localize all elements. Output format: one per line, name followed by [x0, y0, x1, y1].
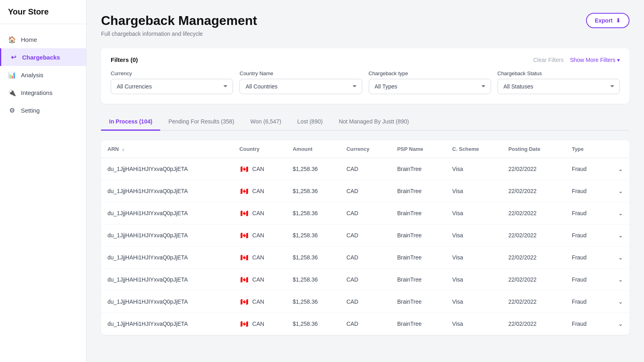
- cell-currency: CAD: [340, 291, 391, 313]
- sidebar-item-label: Analysis: [21, 72, 43, 78]
- tab-not_managed[interactable]: Not Managed By Justt (890): [331, 113, 417, 131]
- cell-scheme: Visa: [446, 313, 502, 335]
- cell-country: 🇨🇦 CAN: [233, 291, 286, 313]
- cell-scheme: Visa: [446, 158, 502, 180]
- row-expand-button[interactable]: ⌄: [605, 202, 630, 224]
- cell-type: Fraud: [566, 158, 605, 180]
- sidebar-nav: 🏠 Home ↩ Chargebacks 📊 Analysis 🔌 Integr…: [0, 24, 86, 125]
- country-code: CAN: [252, 254, 264, 261]
- currency-label: Currency: [111, 70, 233, 76]
- tab-won[interactable]: Won (6,547): [242, 113, 289, 131]
- row-expand-button[interactable]: ⌄: [605, 224, 630, 247]
- table-row[interactable]: du_1JjjHAHi1HJIYxvaQ0pJjETA 🇨🇦 CAN $1,25…: [101, 269, 630, 291]
- row-expand-button[interactable]: ⌄: [605, 269, 630, 291]
- cell-psp: BrainTree: [391, 291, 446, 313]
- row-expand-button[interactable]: ⌄: [605, 313, 630, 335]
- cell-type: Fraud: [566, 224, 605, 247]
- country-select[interactable]: All CountriesCanadaUnited StatesUnited K…: [239, 79, 362, 94]
- download-icon: ⬇: [616, 17, 621, 24]
- col-expand: [605, 140, 630, 158]
- sort-icon: ↓: [122, 146, 124, 152]
- cell-type: Fraud: [566, 313, 605, 335]
- cell-arn: du_1JjjHAHi1HJIYxvaQ0pJjETA: [101, 313, 233, 335]
- sidebar-item-setting[interactable]: ⚙ Setting: [0, 101, 86, 119]
- integrations-icon: 🔌: [8, 88, 16, 97]
- status-label: Chargeback Status: [497, 70, 620, 76]
- table-row[interactable]: du_1JjjHAHi1HJIYxvaQ0pJjETA 🇨🇦 CAN $1,25…: [101, 202, 630, 224]
- filters-title: Filters (0): [111, 56, 138, 63]
- sidebar-item-integrations[interactable]: 🔌 Integrations: [0, 84, 86, 101]
- cell-currency: CAD: [340, 269, 391, 291]
- filters-header: Filters (0) Clear Filters Show More Filt…: [111, 56, 620, 63]
- brand-title: Your Store: [0, 0, 86, 24]
- chargebacks-table: ARN ↓CountryAmountCurrencyPSP NameC. Sch…: [101, 140, 630, 335]
- cell-arn: du_1JjjHAHi1HJIYxvaQ0pJjETA: [101, 180, 233, 202]
- page-subtitle: Full chargeback information and lifecycl…: [101, 31, 257, 37]
- cell-country: 🇨🇦 CAN: [233, 269, 286, 291]
- cell-psp: BrainTree: [391, 313, 446, 335]
- cell-arn: du_1JjjHAHi1HJIYxvaQ0pJjETA: [101, 158, 233, 180]
- chevron-down-icon: ▾: [617, 57, 620, 63]
- cell-date: 22/02/2022: [502, 202, 566, 224]
- title-group: Chargeback Management Full chargeback in…: [101, 13, 257, 37]
- sidebar-item-chargebacks[interactable]: ↩ Chargebacks: [0, 48, 86, 66]
- col-type: Type: [566, 140, 605, 158]
- table-row[interactable]: du_1JjjHAHi1HJIYxvaQ0pJjETA 🇨🇦 CAN $1,25…: [101, 247, 630, 269]
- tab-pending[interactable]: Pending For Results (358): [160, 113, 242, 131]
- row-expand-button[interactable]: ⌄: [605, 180, 630, 202]
- currency-select[interactable]: All CurrenciesUSDCADEURGBP: [111, 79, 233, 94]
- sidebar-item-analysis[interactable]: 📊 Analysis: [0, 66, 86, 84]
- analysis-icon: 📊: [8, 71, 16, 79]
- show-more-label: Show More Filters: [570, 57, 615, 63]
- flag-icon: 🇨🇦: [239, 187, 249, 195]
- cell-date: 22/02/2022: [502, 269, 566, 291]
- tab-in_process[interactable]: In Process (104): [101, 113, 160, 131]
- cell-amount: $1,258.36: [286, 224, 340, 247]
- table-row[interactable]: du_1JjjHAHi1HJIYxvaQ0pJjETA 🇨🇦 CAN $1,25…: [101, 180, 630, 202]
- status-select[interactable]: All StatusesIn ProcessPending For Result…: [497, 79, 620, 94]
- row-expand-button[interactable]: ⌄: [605, 291, 630, 313]
- show-more-filters-button[interactable]: Show More Filters ▾: [570, 57, 620, 63]
- cell-psp: BrainTree: [391, 158, 446, 180]
- cell-country: 🇨🇦 CAN: [233, 247, 286, 269]
- sidebar-item-home[interactable]: 🏠 Home: [0, 31, 86, 48]
- cell-date: 22/02/2022: [502, 247, 566, 269]
- cell-country: 🇨🇦 CAN: [233, 313, 286, 335]
- cell-psp: BrainTree: [391, 202, 446, 224]
- tab-lost[interactable]: Lost (890): [289, 113, 331, 131]
- country-code: CAN: [252, 232, 264, 239]
- flag-icon: 🇨🇦: [239, 298, 249, 305]
- type-select[interactable]: All TypesFraudDisputeProcessing Error: [369, 79, 491, 94]
- cell-amount: $1,258.36: [286, 202, 340, 224]
- row-expand-button[interactable]: ⌄: [605, 247, 630, 269]
- cell-type: Fraud: [566, 269, 605, 291]
- sidebar-item-label: Home: [21, 36, 37, 43]
- table-row[interactable]: du_1JjjHAHi1HJIYxvaQ0pJjETA 🇨🇦 CAN $1,25…: [101, 224, 630, 247]
- row-expand-button[interactable]: ⌄: [605, 158, 630, 180]
- setting-icon: ⚙: [8, 106, 16, 114]
- cell-currency: CAD: [340, 247, 391, 269]
- cell-date: 22/02/2022: [502, 291, 566, 313]
- table-body: du_1JjjHAHi1HJIYxvaQ0pJjETA 🇨🇦 CAN $1,25…: [101, 158, 630, 335]
- clear-filters-button[interactable]: Clear Filters: [533, 57, 564, 63]
- flag-icon: 🇨🇦: [239, 276, 249, 283]
- col-amount: Amount: [286, 140, 340, 158]
- cell-date: 22/02/2022: [502, 158, 566, 180]
- table-row[interactable]: du_1JjjHAHi1HJIYxvaQ0pJjETA 🇨🇦 CAN $1,25…: [101, 158, 630, 180]
- col-psp_name: PSP Name: [391, 140, 446, 158]
- country-code: CAN: [252, 298, 264, 305]
- filters-panel: Filters (0) Clear Filters Show More Filt…: [101, 48, 630, 104]
- col-posting_date: Posting Date: [502, 140, 566, 158]
- page-title: Chargeback Management: [101, 13, 257, 28]
- table-row[interactable]: du_1JjjHAHi1HJIYxvaQ0pJjETA 🇨🇦 CAN $1,25…: [101, 313, 630, 335]
- cell-scheme: Visa: [446, 224, 502, 247]
- chargebacks-icon: ↩: [9, 53, 17, 61]
- table-header-row: ARN ↓CountryAmountCurrencyPSP NameC. Sch…: [101, 140, 630, 158]
- type-label: Chargeback type: [369, 70, 491, 76]
- flag-icon: 🇨🇦: [239, 210, 249, 217]
- export-button[interactable]: Export ⬇: [586, 13, 630, 28]
- cell-type: Fraud: [566, 247, 605, 269]
- col-arn[interactable]: ARN ↓: [101, 140, 233, 158]
- table-row[interactable]: du_1JjjHAHi1HJIYxvaQ0pJjETA 🇨🇦 CAN $1,25…: [101, 291, 630, 313]
- cell-type: Fraud: [566, 180, 605, 202]
